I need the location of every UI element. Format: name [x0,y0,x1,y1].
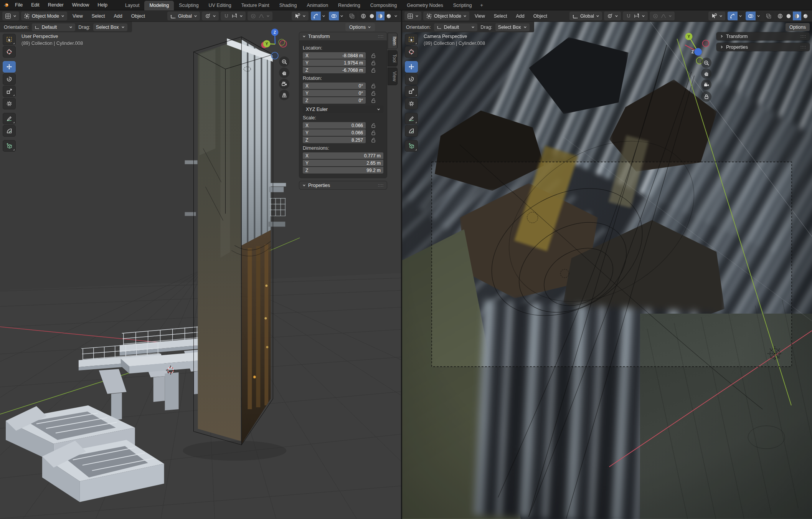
visibility-dropdown[interactable] [708,12,725,20]
transform-orientation-dropdown[interactable]: Global [167,12,200,20]
menu-edit[interactable]: Edit [27,2,44,8]
annotate-tool[interactable] [405,113,418,124]
menu-object[interactable]: Object [530,13,551,20]
transform-panel-collapsed[interactable]: Transform :::: [716,32,810,40]
shading-material-button[interactable] [376,12,385,20]
properties-panel-header[interactable]: Properties :::: [299,181,387,189]
camera-lock-button[interactable] [701,91,711,102]
workspace-tab-geometry-nodes[interactable]: Geometry Nodes [402,1,448,10]
workspace-tab-shading[interactable]: Shading [274,1,302,10]
transform-panel-header[interactable]: Transform :::: [299,32,387,40]
lock-open-icon[interactable] [371,98,377,104]
gizmo-axis-z-ball[interactable] [694,48,702,56]
location-y-field[interactable]: Y1.9754 m [303,60,366,66]
menu-object[interactable]: Object [128,13,149,20]
editor-type-button[interactable] [404,12,421,20]
drag-mode-dropdown[interactable]: Select Box [93,23,127,31]
shading-rendered-button[interactable] [385,12,393,20]
workspace-tab-texture-paint[interactable]: Texture Paint [236,1,274,10]
navigation-gizmo[interactable]: Y Z [256,26,295,76]
panel-drag-dots[interactable]: :::: [378,34,384,38]
editor-type-button[interactable] [2,12,19,20]
object-origin-dot[interactable] [253,376,256,379]
menu-help[interactable]: Help [93,2,112,8]
scale-y-field[interactable]: Y0.066 [303,129,366,136]
perspective-toggle-button[interactable] [279,90,289,100]
move-tool[interactable] [3,61,16,73]
overlays-dropdown[interactable] [339,12,345,20]
location-x-field[interactable]: X-8.0848 m [303,52,366,59]
move-tool[interactable] [405,61,418,73]
workspace-tab-rendering[interactable]: Rendering [333,1,365,10]
options-button-right[interactable]: Options [786,23,810,31]
panel-drag-dots[interactable]: :::: [800,34,806,38]
lock-open-icon[interactable] [371,53,377,59]
workspace-tab-compositing[interactable]: Compositing [365,1,402,10]
sidebar-tab-item[interactable]: Item [388,33,398,49]
rotation-y-field[interactable]: Y0° [303,90,366,96]
workspace-tab-animation[interactable]: Animation [302,1,333,10]
camera-view-button[interactable] [701,79,711,90]
blender-logo-icon[interactable] [3,2,9,8]
menu-view[interactable]: View [69,13,86,20]
rotation-x-field[interactable]: X0° [303,83,366,89]
measure-tool[interactable] [3,125,16,137]
camera-view-button[interactable] [279,79,289,89]
options-button-left[interactable]: Options [345,23,375,31]
shading-rendered-button[interactable] [801,12,810,20]
add-cube-tool[interactable] [405,140,418,152]
workspace-tab-layout[interactable]: Layout [120,1,145,10]
lock-open-icon[interactable] [371,90,377,96]
proportional-editing-group[interactable] [248,12,272,20]
overlays-dropdown[interactable] [756,12,761,20]
mode-dropdown[interactable]: Object Mode [423,12,469,20]
menu-add[interactable]: Add [513,13,528,20]
snap-toggle-group[interactable] [221,12,246,20]
menu-select[interactable]: Select [490,13,511,20]
menu-render[interactable]: Render [44,2,68,8]
gizmos-toggle-button[interactable] [728,12,738,20]
zoom-button[interactable] [279,56,289,67]
add-workspace-button[interactable]: + [477,1,486,10]
lock-open-icon[interactable] [371,122,377,129]
lock-open-icon[interactable] [371,137,377,143]
proportional-editing-group[interactable] [650,12,675,20]
workspace-tab-scripting[interactable]: Scripting [448,1,477,10]
menu-window[interactable]: Window [68,2,93,8]
gizmo-axis-z-neg[interactable] [271,52,278,59]
gizmos-dropdown[interactable] [738,12,743,20]
scale-tool[interactable] [405,86,418,97]
gizmos-dropdown[interactable] [321,12,327,20]
camera-frame[interactable] [432,162,792,367]
annotate-tool[interactable] [3,113,16,124]
shading-wireframe-button[interactable] [359,12,368,20]
lock-open-icon[interactable] [371,130,377,136]
dimensions-z-field[interactable]: Z99.2 m [303,167,383,174]
menu-select[interactable]: Select [88,13,109,20]
rotation-z-field[interactable]: Z0° [303,97,366,104]
viewport-left-3d-area[interactable]: Orientation: Default Drag: Select Box Op… [0,22,401,519]
panel-drag-dots[interactable]: :::: [378,183,384,187]
menu-file[interactable]: File [11,2,27,8]
menu-add[interactable]: Add [111,13,126,20]
scale-x-field[interactable]: X0.066 [303,122,366,129]
sidebar-tab-view[interactable]: View [388,68,398,85]
cursor-tool[interactable] [405,46,418,58]
shading-material-button[interactable] [793,12,801,20]
snap-toggle-group[interactable] [623,12,648,20]
scale-tool[interactable] [3,86,16,97]
lock-open-icon[interactable] [371,67,377,73]
viewport-right-3d-area[interactable]: Orientation: Default Drag: Select Box Op… [402,22,812,519]
mode-dropdown[interactable]: Object Mode [21,12,67,20]
pan-button[interactable] [701,68,711,79]
select-box-tool[interactable] [405,34,418,45]
gizmo-axis-x-neg[interactable] [703,40,709,47]
lock-open-icon[interactable] [371,83,377,89]
visibility-dropdown[interactable] [292,12,309,20]
rotate-tool[interactable] [3,73,16,85]
workspace-tab-modeling[interactable]: Modeling [144,1,174,10]
shading-solid-button[interactable] [368,12,376,20]
orientation-default-dropdown[interactable]: Default [32,23,76,31]
sidebar-tab-tool[interactable]: Tool [388,50,398,66]
scale-z-field[interactable]: Z8.257 [303,137,366,143]
